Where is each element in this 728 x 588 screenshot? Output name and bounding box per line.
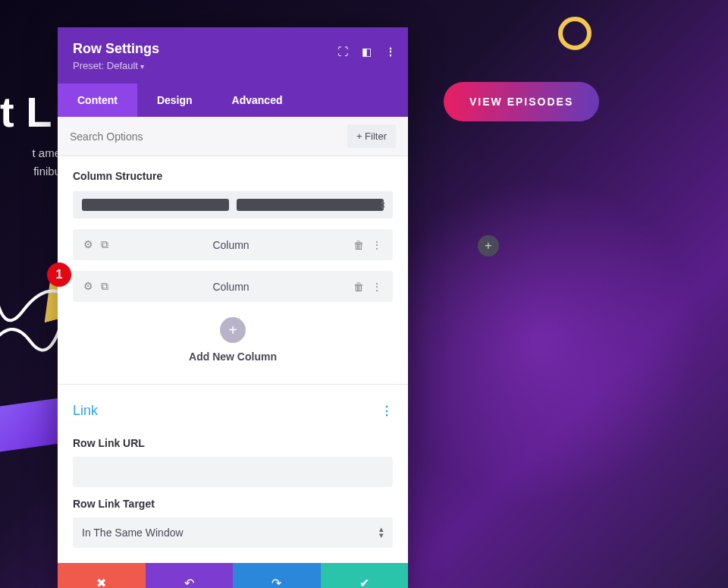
annotation-marker-1: 1 <box>47 263 71 287</box>
more-options-icon[interactable]: ⋮ <box>385 46 396 58</box>
modal-footer: ✖ ↶ ↷ ✔ <box>58 563 408 588</box>
column-structure-label: Column Structure <box>73 156 393 191</box>
add-column-button[interactable]: + <box>220 317 246 343</box>
chevron-updown-icon: ▴▾ <box>381 199 385 210</box>
column-label: Column <box>108 281 353 293</box>
link-section-title[interactable]: Link <box>73 403 98 419</box>
structure-bar <box>237 199 384 211</box>
tab-advanced[interactable]: Advanced <box>212 83 303 117</box>
filter-button[interactable]: + Filter <box>347 124 396 148</box>
link-section-menu[interactable]: ⋮ <box>381 404 393 418</box>
column-item[interactable]: ⚙ ⧉ Column 🗑 ⋮ <box>73 271 393 302</box>
trash-icon[interactable]: 🗑 <box>353 239 364 251</box>
column-structure-selector[interactable]: ▴▾ <box>73 191 393 219</box>
more-icon[interactable]: ⋮ <box>372 239 382 251</box>
responsive-icon[interactable]: ◧ <box>362 46 372 58</box>
tab-design[interactable]: Design <box>137 83 212 117</box>
row-link-url-label: Row Link URL <box>73 426 393 457</box>
structure-bar <box>82 199 229 211</box>
row-settings-modal: Row Settings Preset: Default ⛶ ◧ ⋮ Conte… <box>58 27 408 588</box>
save-button[interactable]: ✔ <box>321 563 409 588</box>
undo-button[interactable]: ↶ <box>146 563 234 588</box>
search-input[interactable] <box>70 130 221 143</box>
preset-dropdown[interactable]: Preset: Default <box>73 60 393 71</box>
add-module-button[interactable]: + <box>478 235 499 256</box>
add-column: + Add New Column <box>73 302 393 384</box>
close-button[interactable]: ✖ <box>58 563 146 588</box>
more-icon[interactable]: ⋮ <box>372 281 382 293</box>
column-label: Column <box>108 239 353 251</box>
add-column-label: Add New Column <box>73 351 393 363</box>
row-link-target-select[interactable]: In The Same Window <box>73 517 393 548</box>
duplicate-icon[interactable]: ⧉ <box>101 238 108 251</box>
page-heading-fragment: t L <box>0 87 52 137</box>
modal-body: Column Structure ▴▾ ⚙ ⧉ Column 🗑 ⋮ ⚙ ⧉ C… <box>58 156 408 563</box>
duplicate-icon[interactable]: ⧉ <box>101 280 108 293</box>
decorative-ring <box>558 17 592 50</box>
gear-icon[interactable]: ⚙ <box>83 238 93 251</box>
modal-header: Row Settings Preset: Default ⛶ ◧ ⋮ <box>58 27 408 83</box>
tabs: Content Design Advanced <box>58 83 408 117</box>
chevron-updown-icon: ▴▾ <box>379 527 384 538</box>
tab-content[interactable]: Content <box>58 83 137 117</box>
trash-icon[interactable]: 🗑 <box>353 281 364 293</box>
redo-button[interactable]: ↷ <box>233 563 321 588</box>
expand-icon[interactable]: ⛶ <box>337 46 348 58</box>
row-link-target-label: Row Link Target <box>73 487 393 517</box>
search-row: + Filter <box>58 117 408 156</box>
column-item[interactable]: ⚙ ⧉ Column 🗑 ⋮ <box>73 229 393 260</box>
gear-icon[interactable]: ⚙ <box>83 280 93 293</box>
row-link-url-input[interactable] <box>73 457 393 487</box>
view-episodes-button[interactable]: VIEW EPISODES <box>444 82 599 121</box>
